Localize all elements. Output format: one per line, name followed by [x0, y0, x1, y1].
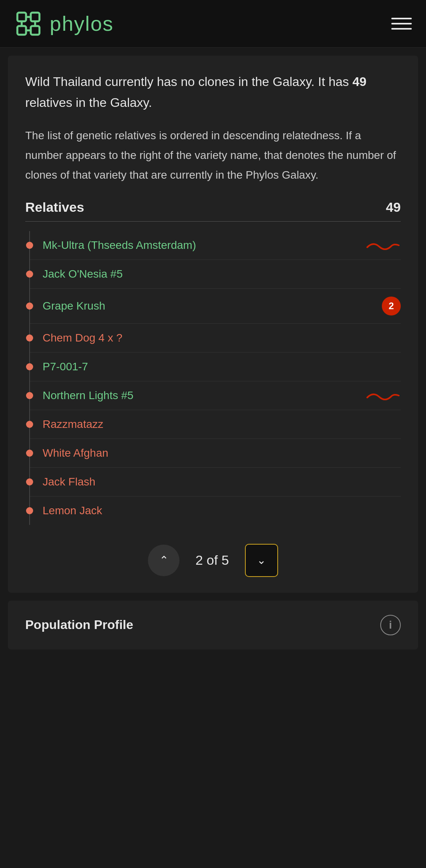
hamburger-line-2: [391, 23, 412, 24]
clone-badge: 2: [382, 297, 401, 315]
relatives-label: Relatives: [25, 200, 84, 215]
list-item-dot: [26, 302, 33, 310]
logo-text: phylos: [50, 12, 114, 35]
main-content: Wild Thailand currently has no clones in…: [0, 48, 426, 657]
intro-paragraph: Wild Thailand currently has no clones in…: [25, 71, 401, 113]
list-item[interactable]: Jack O'Nesia #5: [30, 260, 401, 289]
list-item-name: Jack O'Nesia #5: [43, 268, 401, 280]
list-item[interactable]: Razzmatazz: [30, 410, 401, 439]
list-item-name: Lemon Jack: [43, 504, 401, 517]
page-indicator: 2 of 5: [195, 553, 229, 568]
hamburger-menu[interactable]: [391, 18, 412, 30]
list-item-dot: [26, 450, 33, 457]
list-item-dot: [26, 392, 33, 399]
list-item-dot: [26, 478, 33, 485]
relatives-count: 49: [386, 200, 401, 215]
list-item-name: Northern Lights #5: [43, 389, 357, 402]
list-item-name: Jack Flash: [43, 476, 401, 488]
list-item[interactable]: Northern Lights #5: [30, 381, 401, 410]
list-item[interactable]: Grape Krush2: [30, 289, 401, 324]
list-item[interactable]: P7-001-7: [30, 353, 401, 381]
list-item-dot: [26, 507, 33, 514]
list-item-dot: [26, 242, 33, 249]
squiggle-icon: [365, 390, 401, 401]
chevron-down-icon: ⌄: [257, 554, 266, 567]
description-paragraph: The list of genetic relatives is ordered…: [25, 126, 401, 185]
list-item-dot: [26, 271, 33, 278]
next-page-button[interactable]: ⌄: [245, 544, 278, 577]
info-icon: i: [389, 619, 392, 631]
list-item[interactable]: White Afghan: [30, 439, 401, 468]
prev-page-button[interactable]: ⌃: [148, 545, 179, 576]
list-item-name: Razzmatazz: [43, 418, 401, 431]
list-item[interactable]: Lemon Jack: [30, 497, 401, 525]
pagination: ⌃ 2 of 5 ⌄: [25, 539, 401, 577]
squiggle-icon: [365, 239, 401, 251]
phylos-logo-icon: [14, 9, 43, 38]
list-item-dot: [26, 363, 33, 370]
svg-rect-2: [17, 26, 26, 35]
relatives-list: Mk-Ultra (Thseeds Amsterdam) Jack O'Nesi…: [29, 231, 401, 525]
list-item-name: Mk-Ultra (Thseeds Amsterdam): [43, 239, 357, 252]
bottom-card: Population Profile i: [8, 601, 418, 650]
intro-part1: Wild Thailand currently has no clones in…: [25, 75, 352, 89]
list-item[interactable]: Jack Flash: [30, 468, 401, 497]
header: phylos: [0, 0, 426, 48]
intro-part2: relatives in the Galaxy.: [25, 95, 152, 110]
chevron-up-icon: ⌃: [159, 554, 168, 567]
svg-rect-3: [31, 26, 39, 35]
main-card: Wild Thailand currently has no clones in…: [8, 56, 418, 593]
logo-area: phylos: [14, 9, 114, 38]
list-item-name: P7-001-7: [43, 360, 401, 373]
list-item-name: Grape Krush: [43, 300, 376, 312]
list-item[interactable]: Chem Dog 4 x ?: [30, 324, 401, 353]
list-item-dot: [26, 421, 33, 428]
info-button[interactable]: i: [380, 615, 401, 635]
list-item-dot: [26, 334, 33, 342]
relatives-header: Relatives 49: [25, 200, 401, 222]
list-item-name: Chem Dog 4 x ?: [43, 332, 401, 344]
hamburger-line-1: [391, 18, 412, 19]
list-item-name: White Afghan: [43, 447, 401, 459]
svg-rect-1: [31, 13, 39, 21]
hamburger-line-3: [391, 28, 412, 30]
bottom-card-title: Population Profile: [25, 618, 133, 632]
svg-rect-0: [17, 13, 26, 21]
clone-count: 49: [352, 75, 366, 89]
list-item[interactable]: Mk-Ultra (Thseeds Amsterdam): [30, 231, 401, 260]
